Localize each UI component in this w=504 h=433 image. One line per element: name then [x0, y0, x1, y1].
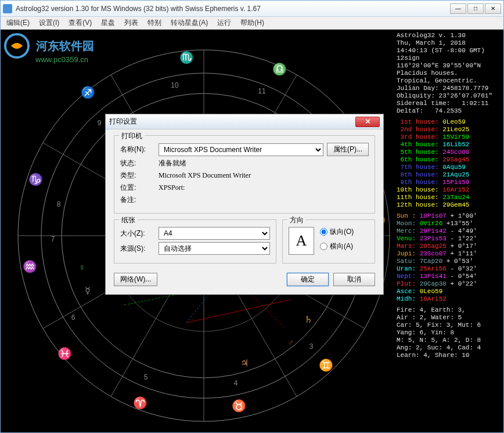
info-header-line: Julian Day: 2458178.7779: [397, 85, 501, 92]
info-header-line: 14:40:13 (ST -8:00 GMT): [397, 47, 501, 55]
print-setup-dialog: 打印设置 ✕ 打印机 名称(N): Microsoft XPS Document…: [105, 114, 384, 295]
svg-text:7: 7: [51, 235, 55, 243]
svg-text:♐: ♐: [81, 85, 95, 99]
svg-text:5: 5: [144, 373, 148, 381]
orientation-preview-icon: A: [289, 227, 314, 255]
house-line: 8th house: 21Aqu25: [397, 171, 501, 179]
svg-text:9: 9: [98, 119, 102, 127]
menu-view[interactable]: 查看(V): [65, 17, 95, 29]
info-footer-line: Fire: 4, Earth: 3,: [397, 306, 501, 314]
dialog-title: 打印设置: [109, 117, 355, 127]
info-header-line: 116°28'00"E 39°55'00"N: [397, 62, 501, 70]
house-line: 1st house: 0Leo59: [397, 118, 501, 126]
planet-line: Sun : 10Pis07 + 1°00': [397, 212, 501, 220]
type-label: 类型:: [120, 171, 155, 181]
window-title: Astrolog32 version 1.30 for MS Windows (…: [16, 5, 450, 13]
info-header-line: Placidus houses.: [397, 70, 501, 77]
svg-text:♃: ♃: [240, 358, 249, 368]
content-area: 河东软件园 www.pc0359.cn: [1, 30, 503, 432]
house-line: 11th house: 23Tau24: [397, 194, 501, 201]
info-header-line: Sidereal time: 1:02:11: [397, 100, 501, 107]
planet-line: Merc: 29Pis42 - 4°49': [397, 228, 501, 235]
house-line: 12th house: 29Gem45: [397, 201, 501, 209]
cancel-button[interactable]: 取消: [333, 273, 375, 286]
watermark-logo-icon: [3, 32, 31, 60]
network-button[interactable]: 网络(W)...: [114, 273, 157, 286]
maximize-button[interactable]: □: [467, 3, 484, 14]
menu-chart[interactable]: 星盘: [98, 17, 118, 29]
dialog-titlebar[interactable]: 打印设置 ✕: [106, 114, 383, 129]
svg-text:10: 10: [171, 81, 179, 89]
location-label: 位置:: [120, 183, 155, 193]
house-line: 7th house: 0Aqu59: [397, 164, 501, 171]
paper-legend: 纸张: [119, 215, 138, 225]
planet-line: Satu: 7Cap20 + 0°53': [397, 258, 501, 265]
info-header-line: Obliquity: 23°26'07.0761": [397, 92, 501, 100]
svg-text:♒: ♒: [23, 259, 37, 273]
menu-run[interactable]: 运行: [214, 17, 235, 29]
titlebar: Astrolog32 version 1.30 for MS Windows (…: [1, 1, 503, 17]
type-value: Microsoft XPS Document Writer: [159, 171, 369, 180]
info-footer-line: Yang: 6, Yin: 8: [397, 329, 501, 337]
info-footer-line: Ang: 2, Suc: 4, Cad: 4: [397, 344, 501, 352]
ok-button[interactable]: 确定: [287, 273, 329, 286]
app-icon: [3, 4, 12, 13]
size-label: 大小(Z):: [120, 229, 155, 239]
svg-text:4: 4: [234, 379, 238, 387]
svg-text:6: 6: [71, 313, 75, 322]
svg-text:☿: ☿: [85, 286, 91, 295]
house-line: 9th house: 15Pis59: [397, 179, 501, 186]
status-value: 准备就绪: [159, 158, 369, 168]
menu-help[interactable]: 帮助(H): [237, 17, 268, 29]
properties-button[interactable]: 属性(P)...: [327, 143, 369, 156]
house-line: 5th house: 24Sco00: [397, 149, 501, 156]
printer-name-select[interactable]: Microsoft XPS Document Writer: [159, 143, 323, 156]
menu-rotate[interactable]: 转动星盘(A): [167, 17, 211, 29]
house-line: 2nd house: 21Leo25: [397, 126, 501, 133]
planet-line: Uran: 25Ari56 - 0°32': [397, 265, 501, 273]
planet-line: Moon: 0Vir26 +13°55': [397, 220, 501, 228]
svg-text:♀: ♀: [78, 262, 85, 272]
menubar: 编辑(E) 设置(I) 查看(V) 星盘 列表 特别 转动星盘(A) 运行 帮助…: [1, 17, 503, 30]
info-header-line: Thu, March 1, 2018: [397, 39, 501, 47]
planet-line: Venu: 23Pis53 - 1°22': [397, 235, 501, 243]
svg-text:11: 11: [258, 87, 266, 95]
info-footer-line: M: 5, N: 5, A: 2, D: 8: [397, 337, 501, 344]
info-footer-line: Learn: 4, Share: 10: [397, 352, 501, 359]
minimize-button[interactable]: —: [450, 3, 466, 14]
svg-text:♏: ♏: [179, 50, 194, 64]
paper-size-select[interactable]: A4: [159, 227, 270, 240]
dialog-body: 打印机 名称(N): Microsoft XPS Document Writer…: [106, 129, 383, 294]
svg-text:♑: ♑: [28, 172, 43, 186]
house-line: 10th house: 16Ari52: [397, 186, 501, 194]
svg-text:♈: ♈: [133, 396, 147, 410]
menu-edit[interactable]: 编辑(E): [3, 17, 33, 29]
landscape-radio[interactable]: 横向(A): [320, 241, 354, 251]
menu-special[interactable]: 特别: [144, 17, 165, 29]
printer-fieldset: 打印机 名称(N): Microsoft XPS Document Writer…: [114, 135, 375, 214]
planet-line: Midh: 16Ari52: [397, 295, 501, 303]
watermark-text: 河东软件园: [36, 39, 94, 52]
paper-source-select[interactable]: 自动选择: [159, 242, 270, 255]
status-label: 状态:: [120, 158, 155, 168]
planet-line: Nept: 13Pis41 - 0°54': [397, 273, 501, 280]
portrait-radio[interactable]: 纵向(O): [320, 227, 354, 237]
menu-list[interactable]: 列表: [121, 17, 142, 29]
house-line: 4th house: 16Lib52: [397, 141, 501, 149]
svg-text:3: 3: [309, 342, 314, 351]
house-line: 6th house: 29Sag45: [397, 156, 501, 164]
info-footer-line: Air : 2, Water: 5: [397, 314, 501, 322]
watermark: 河东软件园 www.pc0359.cn: [3, 32, 94, 64]
planet-line: Mars: 20Sag25 + 0°17': [397, 243, 501, 250]
location-value: XPSPort:: [159, 183, 369, 192]
info-footer-line: Car: 5, Fix: 3, Mut: 6: [397, 322, 501, 329]
info-header-line: Astrolog32 v. 1.30: [397, 32, 501, 39]
planet-line: Jupi: 23Sco07 + 1°11': [397, 250, 501, 258]
menu-settings[interactable]: 设置(I): [35, 17, 63, 29]
svg-text:♄: ♄: [304, 315, 312, 324]
orientation-legend: 方向: [287, 215, 306, 225]
planet-line: Plut: 20Cap38 + 0°22': [397, 280, 501, 288]
close-button[interactable]: ✕: [485, 3, 501, 14]
svg-text:♂: ♂: [287, 338, 294, 348]
dialog-close-button[interactable]: ✕: [355, 117, 380, 127]
